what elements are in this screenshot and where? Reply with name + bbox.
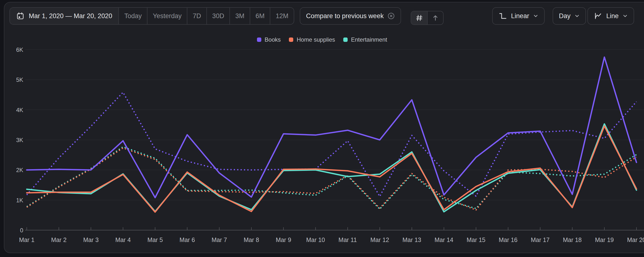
series-line-entertainment: [27, 124, 636, 212]
x-axis-tick-label: Mar 9: [276, 236, 291, 243]
x-axis-tick-label: Mar 18: [563, 236, 582, 243]
x-axis-tick-label: Mar 10: [306, 236, 325, 243]
x-axis-tick-label: Mar 12: [370, 236, 389, 243]
series-line-entertainment-previous-week: [27, 147, 636, 209]
x-axis-tick-label: Mar 6: [179, 236, 195, 243]
x-axis-tick-label: Mar 14: [434, 236, 453, 243]
x-axis-tick-label: Mar 11: [338, 236, 357, 243]
y-axis-tick-label: 5K: [16, 77, 23, 83]
x-axis-tick-label: Mar 4: [115, 236, 131, 243]
x-axis-tick-label: Mar 17: [531, 236, 550, 243]
x-axis-tick-label: Mar 7: [212, 236, 227, 243]
x-axis-tick-label: Mar 16: [499, 236, 518, 243]
x-axis-tick-label: Mar 15: [466, 236, 486, 243]
x-axis-tick-label: Mar 8: [244, 236, 259, 243]
y-axis-tick-label: 3K: [16, 137, 23, 143]
x-axis-tick-label: Mar 19: [595, 236, 614, 243]
y-axis-tick-label: 6K: [16, 47, 23, 53]
x-axis-tick-label: Mar 3: [83, 236, 99, 243]
x-axis-tick-label: Mar 5: [148, 236, 163, 243]
line-chart[interactable]: 01K2K3K4K5K6KMar 1Mar 2Mar 3Mar 4Mar 5Ma…: [0, 0, 644, 257]
x-axis-tick-label: Mar 20: [627, 236, 644, 243]
x-axis-tick-label: Mar 1: [19, 236, 34, 243]
dashboard: Mar 1, 2020 — Mar 20, 2020 Today Yesterd…: [0, 0, 644, 257]
y-axis-tick-label: 4K: [16, 107, 23, 113]
x-axis-tick-label: Mar 2: [51, 236, 66, 243]
y-axis-tick-label: 2K: [16, 167, 23, 173]
y-axis-tick-label: 1K: [16, 197, 23, 203]
series-line-home-supplies: [27, 126, 636, 212]
x-axis-tick-label: Mar 13: [402, 236, 421, 243]
series-line-home-supplies-previous-week: [27, 148, 636, 210]
y-axis-tick-label: 0: [20, 227, 23, 233]
